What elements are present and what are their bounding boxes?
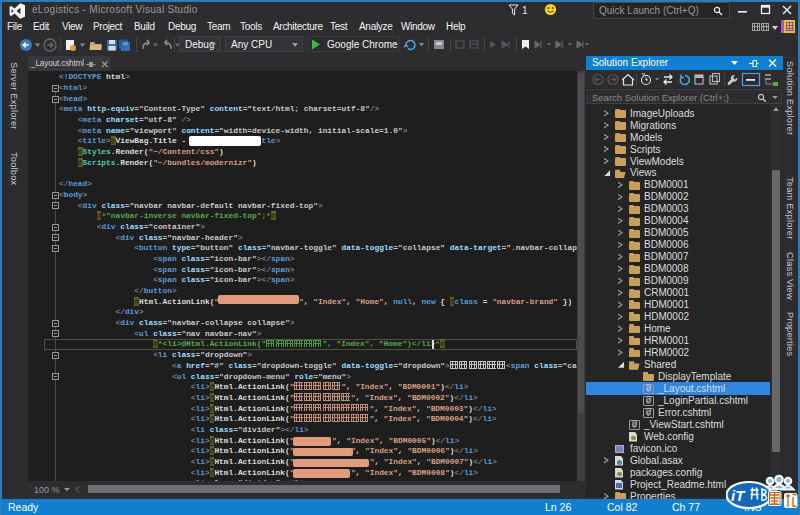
svg-text:1: 1 (522, 5, 528, 16)
svg-text:iT: iT (731, 487, 746, 504)
